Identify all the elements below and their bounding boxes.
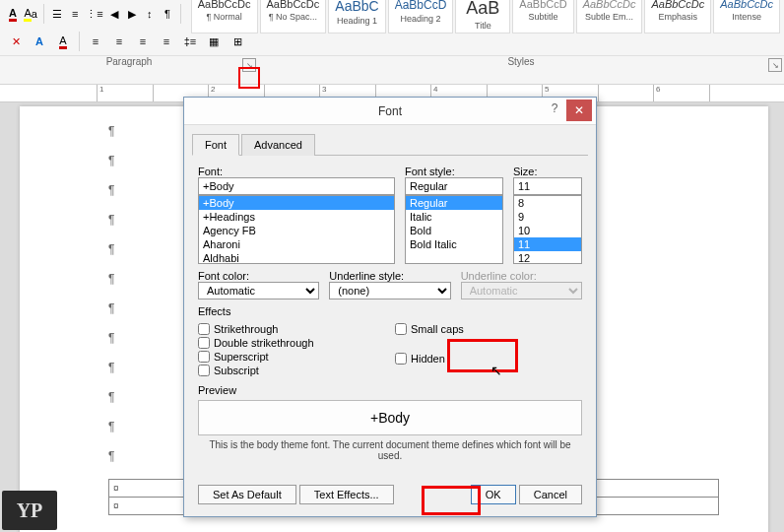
- font-input[interactable]: [198, 177, 395, 195]
- font-style-input[interactable]: [405, 177, 503, 195]
- borders-icon[interactable]: ⊞: [227, 31, 248, 52]
- align-right-icon[interactable]: ≡: [132, 31, 154, 52]
- clear-format-icon[interactable]: ✕: [5, 31, 27, 52]
- font-fill-icon[interactable]: A: [52, 31, 74, 52]
- highlight-icon[interactable]: Aa: [23, 3, 38, 25]
- preview-label: Preview: [198, 384, 582, 396]
- style-intense[interactable]: AaBbCcDcIntense: [713, 0, 780, 33]
- watermark-logo: YP: [2, 491, 57, 530]
- cursor-icon: ↖: [490, 363, 502, 378]
- style-nospacing[interactable]: AaBbCcDc¶ No Spac...: [260, 0, 327, 33]
- style-heading1[interactable]: AaBbCHeading 1: [328, 0, 385, 33]
- preview-box: +Body: [198, 400, 582, 435]
- font-style-label: Font style:: [405, 166, 503, 177]
- shading-icon[interactable]: ▦: [203, 31, 225, 52]
- styles-launcher-icon[interactable]: ↘: [768, 58, 782, 72]
- chk-strikethrough[interactable]: Strikethrough: [198, 323, 385, 335]
- font-dialog: Font ? ✕ Font Advanced Font: +Body +Head…: [183, 97, 597, 517]
- style-subtitle[interactable]: AaBbCcDSubtitle: [512, 0, 573, 33]
- group-paragraph: Paragraph ↘: [0, 56, 258, 75]
- style-heading2[interactable]: AaBbCcDHeading 2: [388, 0, 454, 33]
- align-center-icon[interactable]: ≡: [108, 31, 130, 52]
- bullets-icon[interactable]: ☰: [49, 3, 65, 25]
- chk-double-strikethrough[interactable]: Double strikethrough: [198, 337, 385, 349]
- cancel-button[interactable]: Cancel: [519, 485, 582, 504]
- ok-button[interactable]: OK: [471, 485, 516, 504]
- style-emphasis[interactable]: AaBbCcDcEmphasis: [644, 0, 711, 33]
- chk-small-caps[interactable]: Small caps: [395, 323, 582, 335]
- chk-superscript[interactable]: Superscript: [198, 351, 385, 363]
- line-spacing-icon[interactable]: ‡≡: [179, 31, 201, 52]
- style-subtle-emph[interactable]: AaBbCcDcSubtle Em...: [576, 0, 643, 33]
- tab-advanced[interactable]: Advanced: [241, 134, 315, 156]
- size-input[interactable]: [513, 177, 582, 195]
- size-label: Size:: [513, 166, 582, 177]
- styles-gallery: AaBbCcDc¶ Normal AaBbCcDc¶ No Spac... Aa…: [191, 0, 780, 33]
- font-color-combo[interactable]: Automatic: [198, 282, 319, 299]
- font-label: Font:: [198, 166, 395, 177]
- underline-color-combo: Automatic: [461, 282, 582, 299]
- tab-font[interactable]: Font: [192, 134, 239, 156]
- font-listbox[interactable]: +Body +Headings Agency FB Aharoni Aldhab…: [198, 195, 395, 264]
- chk-hidden[interactable]: Hidden: [395, 353, 582, 365]
- underline-style-combo[interactable]: (none): [329, 282, 450, 299]
- group-styles: Styles ↘: [258, 56, 784, 75]
- style-normal[interactable]: AaBbCcDc¶ Normal: [191, 0, 258, 33]
- size-listbox[interactable]: 8 9 10 11 12: [513, 195, 582, 264]
- font-color-icon[interactable]: A: [5, 3, 21, 25]
- sort-icon[interactable]: ↕: [142, 3, 158, 25]
- font-color-label: Font color:: [198, 270, 319, 282]
- font-style-listbox[interactable]: Regular Italic Bold Bold Italic: [405, 195, 503, 264]
- show-marks-icon[interactable]: ¶: [160, 3, 175, 25]
- style-title[interactable]: AaBTitle: [455, 0, 510, 33]
- close-icon[interactable]: ✕: [566, 100, 592, 121]
- preview-note: This is the body theme font. The current…: [198, 439, 582, 461]
- text-effect-icon[interactable]: A: [29, 31, 50, 52]
- underline-color-label: Underline color:: [461, 270, 582, 282]
- underline-style-label: Underline style:: [329, 270, 450, 282]
- increase-indent-icon[interactable]: ▶: [124, 3, 140, 25]
- justify-icon[interactable]: ≡: [156, 31, 177, 52]
- chk-subscript[interactable]: Subscript: [198, 365, 385, 376]
- highlight-paragraph-launcher: [238, 67, 260, 89]
- multilevel-icon[interactable]: ⋮≡: [85, 3, 103, 25]
- align-left-icon[interactable]: ≡: [85, 31, 106, 52]
- decrease-indent-icon[interactable]: ◀: [106, 3, 122, 25]
- help-icon[interactable]: ?: [545, 101, 564, 121]
- ribbon: A Aa ☰ ≡ ⋮≡ ◀ ▶ ↕ ¶ AaBbCcDc¶ Normal AaB…: [0, 0, 784, 85]
- text-effects-button[interactable]: Text Effects...: [299, 485, 394, 504]
- effects-label: Effects: [198, 305, 582, 317]
- set-default-button[interactable]: Set As Default: [198, 485, 296, 504]
- dialog-title: Font ? ✕: [184, 98, 596, 125]
- numbering-icon[interactable]: ≡: [67, 3, 83, 25]
